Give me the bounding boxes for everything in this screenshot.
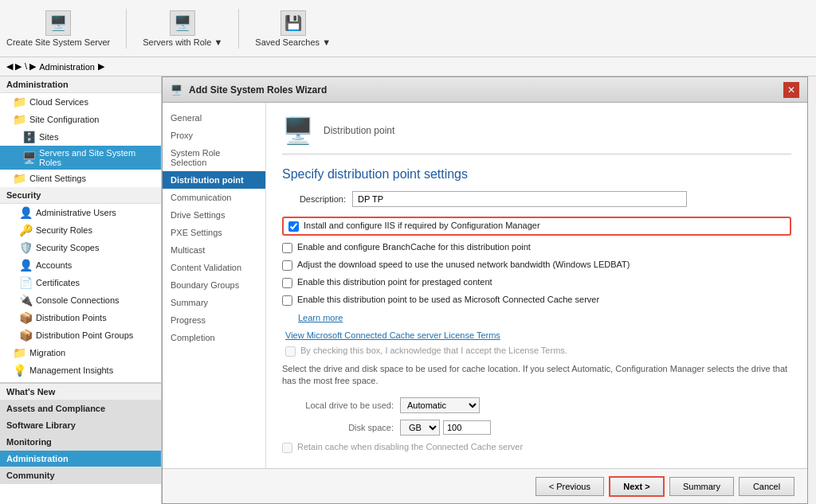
cb3-checkbox[interactable] <box>282 260 292 271</box>
disk-space-number[interactable] <box>443 420 491 435</box>
sidebar-label-security-roles: Security Roles <box>36 225 92 235</box>
wiz-nav-pxe-settings[interactable]: PXE Settings <box>163 224 265 241</box>
summary-button[interactable]: Summary <box>669 477 734 496</box>
wiz-nav-general[interactable]: General <box>163 109 265 127</box>
sidebar-security-header[interactable]: Security <box>0 187 161 204</box>
admin-users-icon: 👤 <box>19 206 33 219</box>
sidebar-item-certificates[interactable]: 📄 Certificates <box>0 274 161 291</box>
wiz-nav-communication[interactable]: Communication <box>163 189 265 206</box>
sidebar-item-security-scopes[interactable]: 🛡️ Security Scopes <box>0 239 161 256</box>
terms-label: By checking this box, I acknowledge that… <box>300 346 567 355</box>
sidebar-item-accounts[interactable]: 👤 Accounts <box>0 256 161 274</box>
wiz-nav-drive-settings[interactable]: Drive Settings <box>163 206 265 224</box>
dialog-title-icon: 🖥️ <box>171 84 182 96</box>
section-title: Specify distribution point settings <box>282 167 791 182</box>
dialog-title-group: 🖥️ Add Site System Roles Wizard <box>171 84 327 96</box>
sidebar-label-client-settings: Client Settings <box>29 174 86 183</box>
retain-cache-checkbox[interactable] <box>282 443 292 453</box>
cancel-button[interactable]: Cancel <box>739 477 794 496</box>
local-drive-row: Local drive to be used: Automatic <box>282 397 791 413</box>
sidebar-item-distribution-point-groups[interactable]: 📦 Distribution Point Groups <box>0 326 161 344</box>
description-label: Description: <box>282 194 346 204</box>
sidebar-item-management-insights[interactable]: 💡 Management Insights <box>0 361 161 379</box>
sidebar-item-migration[interactable]: 📁 Migration <box>0 344 161 361</box>
dialog-body: General Proxy System Role Selection Dist… <box>163 103 807 468</box>
cb2-label: Enable and configure BranchCache for thi… <box>297 242 531 252</box>
sidebar-item-servers[interactable]: 🖥️ Servers and Site System Roles <box>0 146 161 170</box>
servers-icon: 🖥️ <box>22 151 36 164</box>
sidebar-monitoring[interactable]: Monitoring <box>0 434 161 451</box>
cache-link-area: View Microsoft Connected Cache server Li… <box>282 330 791 341</box>
terms-cb-group: By checking this box, I acknowledge that… <box>282 346 791 357</box>
wiz-nav-distribution-point[interactable]: Distribution point <box>163 171 265 189</box>
sidebar-label-migration: Migration <box>29 348 65 357</box>
saved-searches-label: Saved Searches ▼ <box>255 37 331 47</box>
sidebar-assets-compliance[interactable]: Assets and Compliance <box>0 400 161 417</box>
sidebar-admin-header[interactable]: Administration <box>0 76 161 93</box>
disk-space-unit-select[interactable]: GB <box>400 420 440 436</box>
sidebar-community[interactable]: Community <box>0 467 161 484</box>
sidebar-item-security-roles[interactable]: 🔑 Security Roles <box>0 221 161 239</box>
main-layout: Administration 📁 Cloud Services 📁 Site C… <box>0 76 816 504</box>
sidebar-item-sites[interactable]: 🗄️ Sites <box>0 128 161 146</box>
client-settings-icon: 📁 <box>13 172 26 185</box>
wiz-nav-system-role[interactable]: System Role Selection <box>163 144 265 171</box>
wiz-nav-progress[interactable]: Progress <box>163 311 265 329</box>
dialog-title-text: Add Site System Roles Wizard <box>189 84 327 96</box>
toolbar: 🖥️ Create Site System Server 🖥️ Servers … <box>0 0 816 57</box>
cb1-checkbox[interactable] <box>288 221 299 232</box>
create-site-system-server-group[interactable]: 🖥️ Create Site System Server <box>6 10 110 47</box>
separator-1 <box>126 9 127 49</box>
sidebar-item-console-connections[interactable]: 🔌 Console Connections <box>0 291 161 309</box>
wiz-nav-summary[interactable]: Summary <box>163 294 265 311</box>
description-input[interactable] <box>352 191 687 207</box>
retain-cache-group: Retain cache when disabling the Connecte… <box>282 442 791 453</box>
cb2-checkbox[interactable] <box>282 243 292 253</box>
security-scopes-icon: 🛡️ <box>19 241 33 254</box>
create-site-label: Create Site System Server <box>6 37 110 47</box>
dialog-content-header: 🖥️ Distribution point <box>282 115 791 154</box>
servers-role-label: Servers with Role ▼ <box>143 37 222 47</box>
sidebar-label-console-connections: Console Connections <box>36 295 120 305</box>
wiz-nav-proxy[interactable]: Proxy <box>163 127 265 144</box>
previous-button[interactable]: < Previous <box>536 477 604 496</box>
sidebar-item-cloud-services[interactable]: 📁 Cloud Services <box>0 93 161 111</box>
cb3-label: Adjust the download speed to use the unu… <box>297 260 630 269</box>
dialog-footer: < Previous Next > Summary Cancel <box>163 468 807 503</box>
terms-checkbox[interactable] <box>285 346 296 357</box>
wiz-nav-content-validation[interactable]: Content Validation <box>163 259 265 276</box>
cb5-checkbox[interactable] <box>282 295 292 306</box>
sites-icon: 🗄️ <box>22 131 36 143</box>
wiz-nav-multicast[interactable]: Multicast <box>163 241 265 259</box>
sidebar-label-servers: Servers and Site System Roles <box>39 148 155 167</box>
cb4-label: Enable this distribution point for prest… <box>297 277 492 287</box>
learn-more-link[interactable]: Learn more <box>298 313 343 322</box>
sidebar-item-client-settings[interactable]: 📁 Client Settings <box>0 170 161 187</box>
dialog-close-button[interactable]: ✕ <box>783 82 799 98</box>
sidebar-whats-new[interactable]: What's New <box>0 384 161 400</box>
cb2-group: Enable and configure BranchCache for thi… <box>282 242 791 253</box>
cache-license-link[interactable]: View Microsoft Connected Cache server Li… <box>285 330 500 340</box>
cb4-checkbox[interactable] <box>282 278 292 288</box>
local-drive-select[interactable]: Automatic <box>400 397 480 413</box>
sidebar-administration[interactable]: Administration <box>0 451 161 467</box>
sidebar-label-distribution-points: Distribution Points <box>36 313 107 322</box>
next-button[interactable]: Next > <box>609 476 665 497</box>
sidebar-label-accounts: Accounts <box>36 260 72 270</box>
sidebar-label-site-configuration: Site Configuration <box>29 115 99 124</box>
accounts-icon: 👤 <box>19 259 33 272</box>
breadcrumb-admin[interactable]: Administration <box>39 62 95 72</box>
console-connections-icon: 🔌 <box>19 294 33 307</box>
sidebar-label-sites: Sites <box>39 132 58 142</box>
sidebar-item-distribution-points[interactable]: 📦 Distribution Points <box>0 309 161 326</box>
create-site-icon: 🖥️ <box>45 10 71 36</box>
wiz-nav-completion[interactable]: Completion <box>163 329 265 346</box>
sidebar-software-library[interactable]: Software Library <box>0 417 161 434</box>
servers-with-role-group[interactable]: 🖥️ Servers with Role ▼ <box>143 10 222 47</box>
sidebar-item-admin-users[interactable]: 👤 Administrative Users <box>0 204 161 221</box>
saved-searches-group[interactable]: 💾 Saved Searches ▼ <box>255 10 331 47</box>
sidebar-label-cloud-services: Cloud Services <box>29 97 88 107</box>
wiz-nav-boundary-groups[interactable]: Boundary Groups <box>163 276 265 294</box>
sidebar-item-site-configuration[interactable]: 📁 Site Configuration <box>0 111 161 128</box>
drive-settings: Local drive to be used: Automatic Disk s… <box>282 397 791 436</box>
